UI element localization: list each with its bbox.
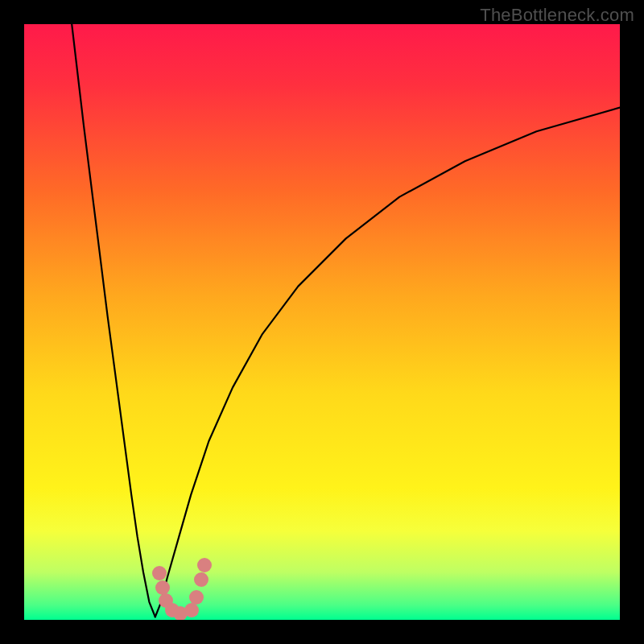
marker-dot bbox=[152, 566, 167, 580]
curve-right-branch bbox=[155, 108, 620, 617]
curve-left-branch bbox=[72, 24, 155, 617]
watermark-text: TheBottleneck.com bbox=[480, 5, 634, 26]
marker-dot bbox=[189, 590, 204, 605]
marker-dot bbox=[197, 558, 212, 572]
plot-area bbox=[24, 24, 620, 620]
marker-dot bbox=[155, 580, 170, 595]
curve-layer bbox=[24, 24, 620, 620]
outer-frame: TheBottleneck.com bbox=[0, 0, 644, 644]
marker-dot bbox=[184, 603, 199, 617]
marker-dot bbox=[194, 572, 208, 587]
